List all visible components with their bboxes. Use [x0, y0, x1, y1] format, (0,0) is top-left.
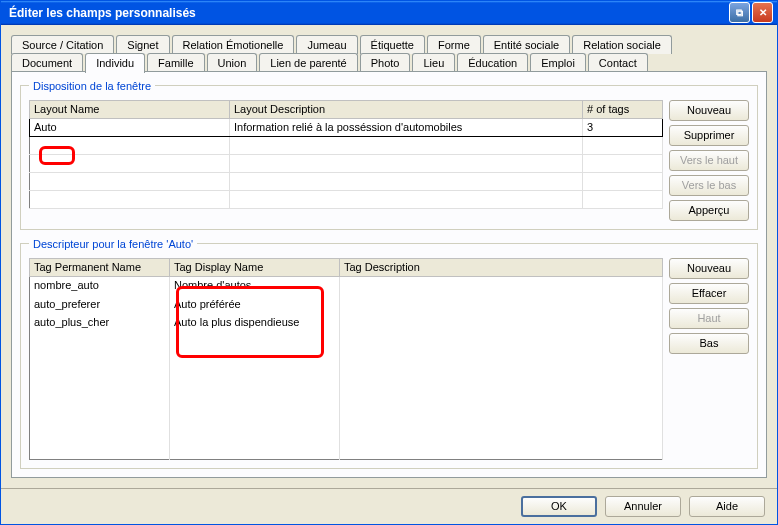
tab-jumeau[interactable]: Jumeau [296, 35, 357, 54]
table-row[interactable] [30, 349, 663, 367]
cell [170, 404, 340, 422]
cell [30, 331, 170, 349]
table-row[interactable] [30, 422, 663, 440]
tab-entit-sociale[interactable]: Entité sociale [483, 35, 570, 54]
column-header[interactable]: Tag Permanent Name [30, 258, 170, 276]
cell [340, 368, 663, 386]
tab-source-citation[interactable]: Source / Citation [11, 35, 114, 54]
window: Éditer les champs personnalisés ⧉ ✕ Sour… [0, 0, 778, 525]
tab-individu[interactable]: Individu [85, 53, 145, 73]
content: Source / CitationSignetRelation Émotione… [1, 25, 777, 488]
tab-photo[interactable]: Photo [360, 53, 411, 72]
tab-lieu[interactable]: Lieu [412, 53, 455, 72]
window-controls: ⧉ ✕ [729, 2, 773, 23]
restore-icon[interactable]: ⧉ [729, 2, 750, 23]
table-row[interactable] [30, 331, 663, 349]
table-row[interactable] [30, 172, 663, 190]
cell [230, 136, 583, 154]
table-row[interactable] [30, 368, 663, 386]
cell: Auto préférée [170, 294, 340, 312]
nouveau-button[interactable]: Nouveau [669, 100, 749, 121]
tab-forme[interactable]: Forme [427, 35, 481, 54]
cell [340, 313, 663, 331]
descriptor-legend: Descripteur pour la fenêtre 'Auto' [29, 238, 197, 250]
tab-emploi[interactable]: Emploi [530, 53, 586, 72]
tab-signet[interactable]: Signet [116, 35, 169, 54]
haut-button: Haut [669, 308, 749, 329]
supprimer-button[interactable]: Supprimer [669, 125, 749, 146]
cell [583, 154, 663, 172]
column-header[interactable]: Tag Display Name [170, 258, 340, 276]
cell [170, 386, 340, 404]
cell [170, 441, 340, 459]
table-row[interactable] [30, 154, 663, 172]
cell [230, 154, 583, 172]
cell: nombre_auto [30, 276, 170, 294]
tab-relation-sociale[interactable]: Relation sociale [572, 35, 672, 54]
cell [230, 190, 583, 208]
cell [30, 349, 170, 367]
cell [30, 172, 230, 190]
close-icon[interactable]: ✕ [752, 2, 773, 23]
cell [583, 172, 663, 190]
table-row[interactable]: auto_plus_cherAuto la plus dispendieuse [30, 313, 663, 331]
table-row[interactable] [30, 404, 663, 422]
table-row[interactable]: AutoInformation relié à la posséssion d'… [30, 118, 663, 136]
cell [340, 404, 663, 422]
dialog-buttons: OK Annuler Aide [1, 488, 777, 524]
cell: Information relié à la posséssion d'auto… [230, 118, 583, 136]
tab-famille[interactable]: Famille [147, 53, 204, 72]
cell [340, 276, 663, 294]
table-row[interactable]: nombre_autoNombre d'autos [30, 276, 663, 294]
layout-legend: Disposition de la fenêtre [29, 80, 155, 92]
table-row[interactable] [30, 386, 663, 404]
cell [30, 190, 230, 208]
tab-union[interactable]: Union [207, 53, 258, 72]
apper-u-button[interactable]: Apperçu [669, 200, 749, 221]
tab--tiquette[interactable]: Étiquette [360, 35, 425, 54]
tab-document[interactable]: Document [11, 53, 83, 72]
cell [30, 386, 170, 404]
layout-table[interactable]: Layout NameLayout Description# of tags A… [29, 100, 663, 209]
cell [340, 441, 663, 459]
tab-lien-de-parent-[interactable]: Lien de parenté [259, 53, 357, 72]
cell: Auto [30, 118, 230, 136]
column-header[interactable]: # of tags [583, 100, 663, 118]
nouveau-button[interactable]: Nouveau [669, 258, 749, 279]
cell [30, 441, 170, 459]
descriptor-table-area: Tag Permanent NameTag Display NameTag De… [29, 258, 663, 460]
cell [583, 136, 663, 154]
descriptor-buttons: NouveauEffacerHautBas [669, 258, 749, 460]
descriptor-table[interactable]: Tag Permanent NameTag Display NameTag De… [29, 258, 663, 460]
cell [340, 386, 663, 404]
column-header[interactable]: Tag Description [340, 258, 663, 276]
cell [30, 154, 230, 172]
cell [30, 404, 170, 422]
cell [30, 422, 170, 440]
cell [30, 368, 170, 386]
effacer-button[interactable]: Effacer [669, 283, 749, 304]
cell [340, 331, 663, 349]
column-header[interactable]: Layout Description [230, 100, 583, 118]
cell: 3 [583, 118, 663, 136]
tab-relation-motionelle[interactable]: Relation Émotionelle [172, 35, 295, 54]
bas-button[interactable]: Bas [669, 333, 749, 354]
cell: auto_preferer [30, 294, 170, 312]
cell [230, 172, 583, 190]
layout-table-area: Layout NameLayout Description# of tags A… [29, 100, 663, 221]
cancel-button[interactable]: Annuler [605, 496, 681, 517]
table-row[interactable] [30, 441, 663, 459]
help-button[interactable]: Aide [689, 496, 765, 517]
tab-contact[interactable]: Contact [588, 53, 648, 72]
tab-panel: Disposition de la fenêtre Layout NameLay… [11, 71, 767, 478]
table-row[interactable] [30, 136, 663, 154]
table-row[interactable]: auto_prefererAuto préférée [30, 294, 663, 312]
cell [170, 422, 340, 440]
cell: Nombre d'autos [170, 276, 340, 294]
window-title: Éditer les champs personnalisés [5, 6, 729, 20]
column-header[interactable]: Layout Name [30, 100, 230, 118]
ok-button[interactable]: OK [521, 496, 597, 517]
table-row[interactable] [30, 190, 663, 208]
tab--ducation[interactable]: Éducation [457, 53, 528, 72]
cell [30, 136, 230, 154]
